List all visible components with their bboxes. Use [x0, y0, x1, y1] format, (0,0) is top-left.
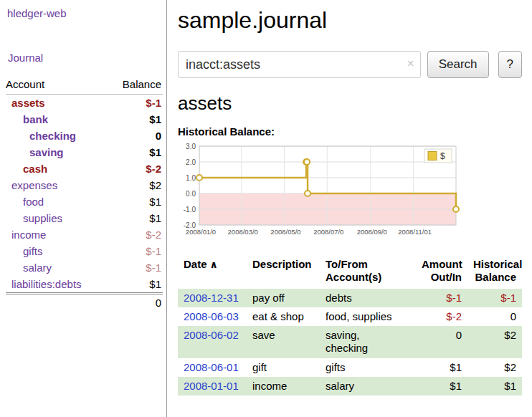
- transaction-balance: $1: [467, 377, 522, 396]
- transaction-date-link[interactable]: 2008-06-03: [184, 310, 239, 322]
- svg-text:2008/05/0: 2008/05/0: [270, 228, 300, 236]
- account-heading: assets: [178, 92, 522, 115]
- svg-text:2008/01/0: 2008/01/0: [186, 228, 216, 236]
- accounts-total-row: 0: [6, 294, 163, 312]
- transaction-amount: 0: [416, 326, 467, 358]
- transaction-date-link[interactable]: 2008-12-31: [184, 292, 239, 304]
- svg-text:-1.0: -1.0: [184, 206, 196, 214]
- account-balance: $1: [108, 111, 163, 128]
- register-row: 2008-01-01 income salary $1 $1: [178, 377, 522, 396]
- page-title: sample.journal: [178, 7, 522, 34]
- transaction-balance: $2: [467, 358, 522, 377]
- transaction-date-link[interactable]: 2008-06-01: [184, 361, 239, 373]
- account-row: salary $-1: [6, 259, 163, 276]
- account-row: expenses $2: [6, 177, 163, 193]
- sidebar-account-cash[interactable]: cash: [23, 163, 47, 175]
- accounts-total: 0: [108, 294, 163, 312]
- transaction-accounts: food, supplies: [320, 307, 416, 326]
- historical-balance-chart: 3.02.01.00.0-1.0-2.02008/01/02008/03/020…: [175, 142, 460, 238]
- main-content: sample.journal × Search ? assets Histori…: [167, 0, 532, 396]
- sidebar: hledger-web Journal Account Balance asse…: [0, 0, 167, 417]
- clear-search-icon[interactable]: ×: [407, 57, 414, 71]
- account-balance: 0: [108, 128, 163, 144]
- accounts-header-account: Account: [6, 76, 108, 95]
- account-row: supplies $1: [6, 210, 163, 226]
- register-header-row: Date∧ Description To/From Account(s) Amo…: [178, 255, 522, 289]
- sidebar-account-liabilities-debts[interactable]: liabilities:debts: [11, 278, 82, 290]
- account-row: saving $1: [6, 144, 163, 160]
- account-balance: $1: [108, 144, 163, 160]
- transaction-description: gift: [247, 358, 320, 377]
- sidebar-account-salary[interactable]: salary: [23, 262, 52, 274]
- register-row: 2008-06-02 save saving, checking 0 $2: [178, 326, 522, 358]
- register-row: 2008-06-01 gift gifts $1 $2: [178, 358, 522, 377]
- transaction-description: save: [247, 326, 320, 358]
- transaction-amount: $1: [416, 358, 467, 377]
- sidebar-account-assets[interactable]: assets: [11, 97, 45, 109]
- transaction-accounts: debts: [320, 289, 416, 307]
- register-header-accounts: To/From Account(s): [320, 255, 416, 289]
- transaction-description: eat & shop: [247, 307, 320, 326]
- sidebar-account-supplies[interactable]: supplies: [23, 212, 62, 224]
- sidebar-account-food[interactable]: food: [23, 196, 44, 208]
- svg-text:2008/03/0: 2008/03/0: [228, 228, 258, 236]
- svg-text:$: $: [440, 151, 445, 161]
- account-row: cash $-2: [6, 160, 163, 177]
- account-balance: $1: [108, 210, 163, 226]
- sidebar-item-journal[interactable]: Journal: [8, 52, 43, 64]
- transaction-description: pay off: [247, 289, 320, 307]
- svg-text:1.0: 1.0: [186, 174, 196, 182]
- transaction-balance: 0: [467, 307, 522, 326]
- accounts-header-row: Account Balance: [6, 76, 163, 95]
- brand-link[interactable]: hledger-web: [7, 7, 67, 19]
- search-input[interactable]: [178, 51, 421, 78]
- account-row: assets $-1: [6, 95, 163, 112]
- account-row: income $-2: [6, 226, 163, 243]
- sort-asc-icon: ∧: [210, 259, 218, 270]
- transaction-accounts: saving, checking: [320, 326, 416, 358]
- account-balance: $-1: [108, 259, 163, 276]
- register-table: Date∧ Description To/From Account(s) Amo…: [178, 255, 522, 396]
- sidebar-account-gifts[interactable]: gifts: [23, 245, 43, 257]
- transaction-balance: $-1: [467, 289, 522, 307]
- register-row: 2008-12-31 pay off debts $-1 $-1: [178, 289, 522, 307]
- help-button[interactable]: ?: [498, 51, 522, 78]
- sidebar-account-income[interactable]: income: [11, 229, 46, 241]
- register-header-balance: Historical Balance: [467, 255, 522, 289]
- svg-text:2008/07/0: 2008/07/0: [313, 228, 343, 236]
- sidebar-account-checking[interactable]: checking: [29, 130, 76, 142]
- account-balance: $1: [108, 276, 163, 294]
- register-header-date[interactable]: Date∧: [178, 255, 247, 289]
- chart-title: Historical Balance:: [178, 125, 522, 138]
- transaction-amount: $-2: [416, 307, 467, 326]
- register-row: 2008-06-03 eat & shop food, supplies $-2…: [178, 307, 522, 326]
- transaction-amount: $-1: [416, 289, 467, 307]
- accounts-header-balance: Balance: [108, 76, 163, 95]
- transaction-description: income: [247, 377, 320, 396]
- register-header-amount: Amount Out/In: [416, 255, 467, 289]
- svg-text:2008/11/01: 2008/11/01: [398, 228, 432, 236]
- account-balance: $-1: [108, 95, 163, 112]
- account-balance: $-2: [108, 160, 163, 177]
- svg-text:0.0: 0.0: [186, 190, 196, 198]
- account-balance: $2: [108, 177, 163, 193]
- transaction-date-link[interactable]: 2008-06-02: [184, 329, 239, 341]
- account-row: bank $1: [6, 111, 163, 128]
- account-balance: $-1: [108, 243, 163, 259]
- search-button[interactable]: Search: [427, 51, 489, 78]
- sidebar-account-expenses[interactable]: expenses: [11, 179, 57, 191]
- svg-text:3.0: 3.0: [186, 143, 196, 150]
- transaction-date-link[interactable]: 2008-01-01: [184, 380, 239, 392]
- sidebar-account-saving[interactable]: saving: [29, 146, 64, 158]
- transaction-balance: $2: [467, 326, 522, 358]
- account-row: gifts $-1: [6, 243, 163, 259]
- account-balance: $1: [108, 193, 163, 210]
- sidebar-account-bank[interactable]: bank: [23, 113, 48, 125]
- svg-text:2008/09/0: 2008/09/0: [357, 228, 387, 236]
- account-row: checking 0: [6, 128, 163, 144]
- register-header-description: Description: [247, 255, 320, 289]
- transaction-amount: $1: [416, 377, 467, 396]
- svg-text:2.0: 2.0: [186, 158, 196, 166]
- transaction-accounts: gifts: [320, 358, 416, 377]
- search-form: × Search ?: [178, 51, 522, 78]
